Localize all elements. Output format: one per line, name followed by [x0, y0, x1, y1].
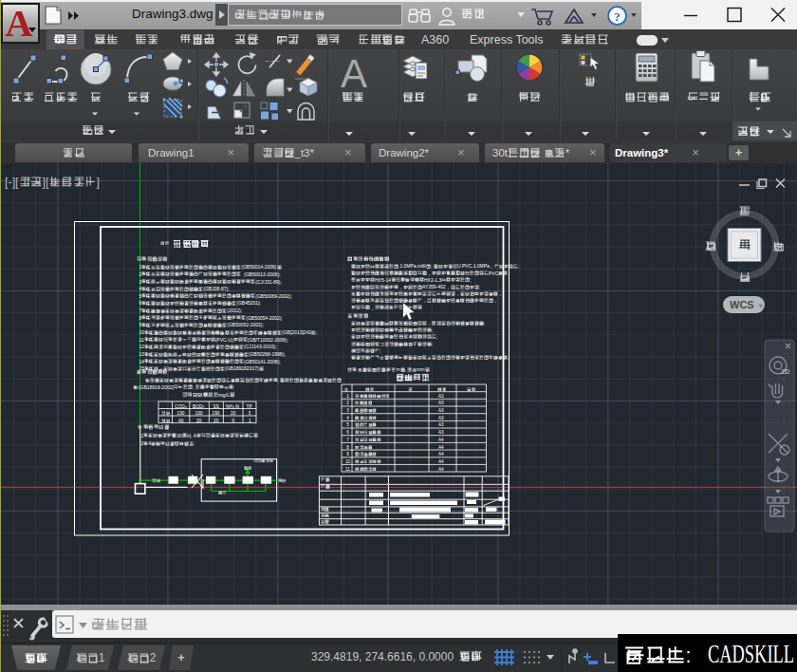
svg-text:A: A	[6, 5, 33, 42]
svg-text:?: ?	[614, 9, 621, 24]
svg-text:2D: 2D	[781, 368, 789, 375]
svg-text:A: A	[341, 51, 367, 96]
svg-text:CADSKILL: CADSKILL	[708, 644, 794, 668]
